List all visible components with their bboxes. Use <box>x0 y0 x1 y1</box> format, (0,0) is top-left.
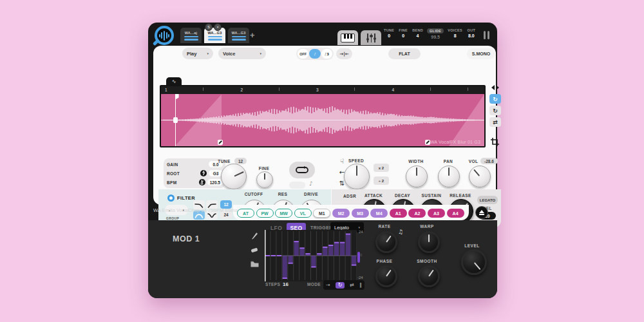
tune-knob[interactable] <box>221 164 247 189</box>
width-label: WIDTH <box>408 159 423 164</box>
waveform-tab[interactable]: ∿ <box>166 77 182 86</box>
scale-mid: 0 <box>360 253 362 257</box>
smooth-knob[interactable] <box>418 265 440 287</box>
mod-source-pill-m4[interactable]: M4 <box>370 209 388 218</box>
readout-voices[interactable]: VOICES8 <box>448 28 462 39</box>
tab-wave-bar <box>208 39 222 41</box>
mod-source-pill-m1[interactable]: M1 <box>313 209 330 218</box>
sync-triplet-button[interactable]: ♪3 <box>321 49 332 59</box>
mod-source-pill-vl[interactable]: VL <box>294 209 312 218</box>
loop-sync-button[interactable] <box>289 182 305 189</box>
keyboard-view-tab[interactable] <box>337 30 358 45</box>
mod-source-pill-m2[interactable]: M2 <box>332 209 350 218</box>
stereo-mono-button[interactable]: S.MONO <box>467 48 495 59</box>
loop-mode-forward-button[interactable]: ↻ <box>489 94 501 104</box>
crop-icon[interactable] <box>491 137 502 149</box>
collapse-button[interactable] <box>475 206 488 219</box>
eraser-icon[interactable] <box>251 247 258 253</box>
tab-solo-badge[interactable]: S <box>205 23 213 31</box>
sample-tab-3[interactable]: WA...G3 <box>228 28 249 43</box>
mod-source-pill-pw[interactable]: PW <box>256 209 274 218</box>
readout-label: TUNE <box>384 28 394 32</box>
loop-toggle-button[interactable] <box>289 162 315 178</box>
speed-half-button[interactable]: ÷ 2 <box>374 176 389 185</box>
metronome-icon[interactable] <box>199 179 205 185</box>
decay-label: DECAY <box>395 193 410 198</box>
mixer-view-tab[interactable] <box>361 30 381 45</box>
speed-double-button[interactable]: x 2 <box>374 164 389 172</box>
vol-value-badge[interactable]: -28.6 <box>480 158 498 164</box>
mod-source-pill-mw[interactable]: MW <box>275 209 292 218</box>
warp-knob[interactable] <box>418 231 440 253</box>
desktop-background: WA...ajWA...G3WA...G3 S ✕ + TUNE0FINE0BE… <box>0 0 644 322</box>
level-knob[interactable] <box>461 249 487 275</box>
mode-forward-button[interactable]: → <box>326 283 330 288</box>
snap-button[interactable]: →|← <box>336 48 352 59</box>
mod-source-pill-m3[interactable]: M3 <box>352 209 369 218</box>
play-mode-dropdown[interactable]: Play ▾ <box>182 48 213 59</box>
caret-down-icon: ▾ <box>358 225 360 229</box>
fine-knob[interactable] <box>256 171 273 188</box>
sync-note-button[interactable]: ♪ <box>309 49 320 59</box>
playhead-grip[interactable] <box>173 117 178 123</box>
pencil-icon[interactable] <box>251 232 258 240</box>
flat-button[interactable]: FLAT <box>388 48 421 59</box>
voice-mode-label: Voice <box>223 51 235 57</box>
tab-wave-bar <box>184 39 198 41</box>
mod-level-meter <box>357 252 360 263</box>
scroll-arrows-icon[interactable] <box>489 85 502 90</box>
mod-source-pill-a4[interactable]: A4 <box>447 209 464 218</box>
steps-value[interactable]: 16 <box>283 281 289 287</box>
phase-knob[interactable] <box>375 265 397 287</box>
pan-knob[interactable] <box>438 166 460 187</box>
add-tab-button[interactable]: + <box>250 30 255 40</box>
waveform-display[interactable]: ∿ 1234 WA VocalFX Blur 01 G3 <box>160 85 486 147</box>
sync-off-button[interactable]: OFF <box>298 49 308 59</box>
filter-label: FILTER <box>177 195 195 201</box>
legato-button[interactable]: LEGATO <box>477 196 498 204</box>
rate-knob[interactable] <box>375 231 397 253</box>
mod-source-pill-at[interactable]: AT <box>237 209 254 218</box>
mod-source-pill-a3[interactable]: A3 <box>428 209 445 218</box>
cutoff-label: CUTOFF <box>245 192 263 196</box>
sample-tab-1[interactable]: WA...aj <box>180 28 202 43</box>
window-drag-handle[interactable] <box>484 31 489 39</box>
ruler-number: 1 <box>165 88 167 92</box>
readout-out[interactable]: OUT8.0 <box>466 28 477 39</box>
step-sequencer[interactable] <box>265 230 357 281</box>
note-icon[interactable]: ♪ <box>309 180 313 187</box>
caret-down-icon: ▾ <box>207 52 209 55</box>
loop-mode-pingpong-button[interactable]: ⇄ <box>489 117 501 127</box>
caret-down-icon: ▾ <box>260 52 261 55</box>
mode-pingpong-button[interactable]: ⇄ <box>350 283 354 288</box>
width-knob[interactable] <box>406 166 428 187</box>
sequencer-graph[interactable] <box>265 230 357 281</box>
readout-label: BEND <box>412 28 423 32</box>
bpm-value[interactable]: 120.5 <box>207 179 223 185</box>
mode-pause-button[interactable]: ∥ <box>359 283 362 288</box>
pitch-icon[interactable] <box>200 170 207 176</box>
loop-mode-sustain-button[interactable]: ↻ <box>489 106 501 115</box>
faders-icon <box>365 33 377 43</box>
note-sync-icon[interactable]: ♫ <box>398 229 403 235</box>
readout-glide[interactable]: GLIDE99.5 <box>427 28 444 39</box>
voice-mode-dropdown[interactable]: Voice ▾ <box>218 48 266 59</box>
mod-source-pill-a1[interactable]: A1 <box>390 209 407 218</box>
readout-label: GLIDE <box>427 28 444 33</box>
warp-label: WARP <box>420 224 434 229</box>
timeline-ruler[interactable]: 1234 <box>161 86 484 94</box>
tab-label: WA...aj <box>185 31 197 35</box>
readout-tune[interactable]: TUNE0 <box>384 28 394 39</box>
tab-close-badge[interactable]: ✕ <box>214 23 222 31</box>
readout-fine[interactable]: FINE0 <box>398 28 408 39</box>
mod-source-pill-a2[interactable]: A2 <box>408 209 426 218</box>
vol-knob[interactable] <box>469 166 491 187</box>
filter-enable-toggle[interactable] <box>167 194 175 202</box>
speed-knob[interactable] <box>344 164 370 189</box>
mode-loop-button[interactable]: ↻ <box>336 282 345 289</box>
folder-icon[interactable] <box>251 261 259 267</box>
waveform-area[interactable]: WA VocalFX Blur 01 G3 <box>161 94 484 146</box>
fade-in-handle[interactable] <box>218 140 223 145</box>
readout-value: 8.0 <box>468 33 475 38</box>
readout-bend[interactable]: BEND4 <box>412 28 423 39</box>
